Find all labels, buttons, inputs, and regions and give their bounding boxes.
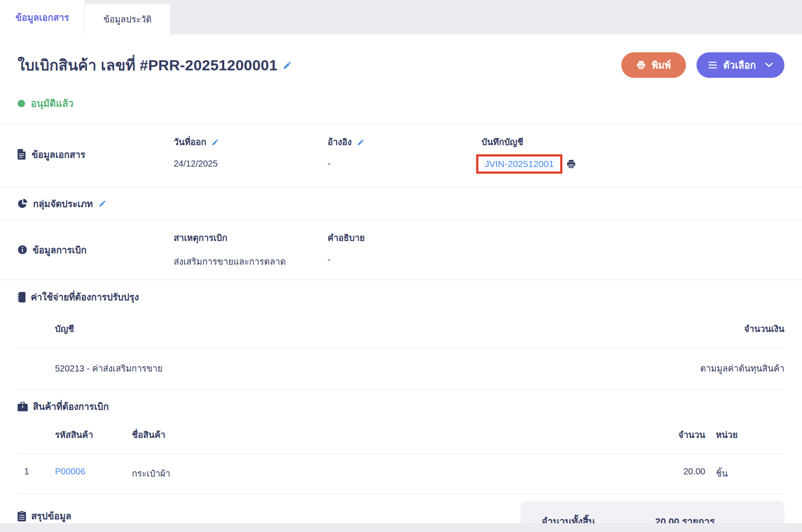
goods-requisition-page: ข้อมูลเอกสาร ข้อมูลประวัติ ใบเบิกสินค้า … [0,0,802,532]
expense-adjustment-header: ค่าใช้จ่ายที่ต้องการปรับปรุง [18,290,784,304]
expense-table-row: 520213 - ค่าส่งเสริมการขาย ตามมูลค่าต้นท… [18,348,784,389]
document-info-title: ข้อมูลเอกสาร [32,147,85,162]
reference-field: อ้างอิง - [328,135,481,174]
menu-bars-icon [708,61,718,69]
row-index: 1 [18,466,55,481]
reason-field: สาเหตุการเบิก ส่งเสริมการขายและการตลาด [174,231,328,269]
amount-column-header: จำนวนเงิน [744,322,784,336]
issue-date-value: 24/12/2025 [174,159,328,169]
edit-reference-icon[interactable] [357,138,365,146]
requisition-info-header: ข้อมูลการเบิก [18,231,174,269]
ledger-icon [18,292,26,302]
tab-bar: ข้อมูลเอกสาร ข้อมูลประวัติ [0,0,802,34]
reason-label: สาเหตุการเบิก [174,231,227,245]
options-button-label: ตัวเลือก [723,58,756,73]
journal-label: บันทึกบัญชี [481,135,523,149]
expense-table-header: บัญชี จำนวนเงิน [18,322,784,336]
table-rule [18,389,784,390]
account-column-header: บัญชี [18,322,74,336]
products-section: สินค้าที่ต้องการเบิก รหัสสินค้า ชื่อสินค… [0,399,802,494]
products-header: สินค้าที่ต้องการเบิก [18,399,784,414]
journal-highlight-box: JVIN-202512001 [476,154,562,174]
unit-column-header: หน่วย [705,428,784,442]
status-dot-icon [18,100,25,107]
edit-title-icon[interactable] [283,61,292,70]
product-qty: 20.00 [648,466,705,481]
journal-print-icon[interactable] [566,159,576,169]
reference-label: อ้างอิง [328,135,352,149]
description-value: - [328,255,784,265]
divider [0,280,802,280]
expense-adjustment-section: ค่าใช้จ่ายที่ต้องการปรับปรุง บัญชี จำนวน… [0,290,802,390]
document-info-section: ข้อมูลเอกสาร วันที่ออก 24/12/2025 อ้างอิ… [0,124,802,174]
edit-issue-date-icon[interactable] [211,138,219,146]
tab-history[interactable]: ข้อมูลประวัติ [84,4,171,34]
requisition-info-section: ข้อมูลการเบิก สาเหตุการเบิก ส่งเสริมการข… [0,220,802,269]
amount-cell: ตามมูลค่าต้นทุนสินค้า [700,361,784,375]
journal-entry-link[interactable]: JVIN-202512001 [485,159,554,169]
options-button[interactable]: ตัวเลือก [696,52,784,78]
pie-chart-icon [18,199,28,209]
printer-icon [636,60,646,70]
index-column-header [18,428,55,442]
status-badge: อนุมัติแล้ว [31,96,73,111]
expense-adjustment-title: ค่าใช้จ่ายที่ต้องการปรับปรุง [31,290,139,304]
classification-section: กลุ่มจัดประเภท [0,197,802,210]
name-column-header: ชื่อสินค้า [132,428,648,442]
account-cell: 520213 - ค่าส่งเสริมการขาย [18,361,163,375]
reference-value: - [328,159,481,169]
product-code-link[interactable]: P00006 [55,466,85,476]
print-button-label: พิมพ์ [652,58,671,73]
action-buttons: พิมพ์ ตัวเลือก [621,52,784,78]
issue-date-field: วันที่ออก 24/12/2025 [174,135,328,174]
summary-header: สรุปข้อมูล [18,509,71,523]
products-table-header: รหัสสินค้า ชื่อสินค้า จำนวน หน่วย [18,428,784,442]
issue-date-label: วันที่ออก [174,135,206,149]
product-unit: ชิ้น [705,466,784,481]
chevron-down-icon [765,62,773,68]
summary-title: สรุปข้อมูล [31,509,71,523]
reason-value: ส่งเสริมการขายและการตลาด [174,255,328,269]
journal-field: บันทึกบัญชี JVIN-202512001 [481,135,784,174]
box-icon [18,402,28,412]
print-button[interactable]: พิมพ์ [621,52,686,78]
description-field: คำอธิบาย - [328,231,784,269]
requisition-info-title: ข้อมูลการเบิก [33,243,87,257]
table-rule [18,493,784,494]
page-title: ใบเบิกสินค้า เลขที่ #PRR-20251200001 [18,53,277,77]
code-column-header: รหัสสินค้า [55,428,132,442]
status-row: อนุมัติแล้ว [0,96,802,111]
product-name: กระเป๋าผ้า [132,466,648,481]
file-lines-icon [18,149,26,160]
tab-bar-filler [171,0,802,34]
divider [0,187,802,187]
edit-classification-icon[interactable] [98,200,106,208]
info-circle-icon [18,245,27,255]
title-row: ใบเบิกสินค้า เลขที่ #PRR-20251200001 พิม… [0,52,802,78]
qty-column-header: จำนวน [648,428,705,442]
clipboard-list-icon [18,511,26,521]
classification-title: กลุ่มจัดประเภท [33,197,93,211]
tab-document-info[interactable]: ข้อมูลเอกสาร [0,0,84,34]
products-title: สินค้าที่ต้องการเบิก [33,399,109,414]
product-row: 1 P00006 กระเป๋าผ้า 20.00 ชิ้น [18,454,784,493]
page-bottom-strip [0,523,802,532]
document-info-header: ข้อมูลเอกสาร [18,135,174,174]
description-label: คำอธิบาย [328,231,365,245]
